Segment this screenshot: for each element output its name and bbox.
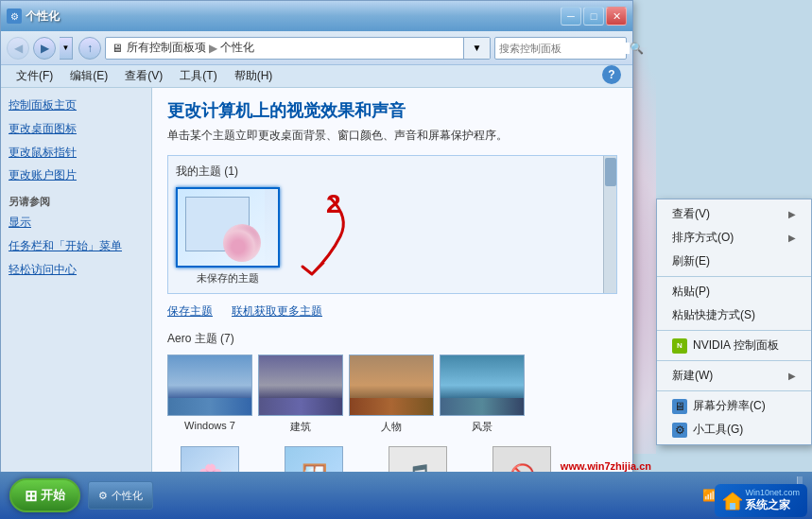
sidebar-link-account[interactable]: 更改账户图片 — [9, 167, 144, 183]
aero-theme-2[interactable]: 人物 — [349, 355, 434, 434]
ctx-view-arrow: ▶ — [788, 209, 796, 219]
breadcrumb: 🖥 所有控制面板项 ▶ 个性化 — [106, 38, 463, 59]
breadcrumb-icon: 🖥 — [112, 42, 123, 55]
minimize-button[interactable]: ─ — [561, 7, 581, 26]
sidebar-link-display[interactable]: 显示 — [9, 215, 144, 231]
menu-view[interactable]: 查看(V) — [117, 66, 170, 86]
ctx-sep-4 — [657, 390, 811, 391]
screen-res-icon: 🖥 — [672, 399, 687, 414]
menu-edit[interactable]: 编辑(E) — [62, 66, 115, 86]
unsaved-theme-label: 未保存的主题 — [176, 271, 280, 285]
aero-section: Aero 主题 (7) Windows 7 建筑 — [167, 331, 617, 434]
ctx-screen-res-inner: 🖥 屏幕分辨率(C) — [672, 398, 766, 414]
my-themes-section: 我的主题 (1) 未保存的主题 — [167, 155, 617, 294]
menu-bar: 文件(F) 编辑(E) 查看(V) 工具(T) 帮助(H) — [1, 65, 632, 88]
start-button[interactable]: ⊞ 开始 — [9, 478, 80, 512]
save-theme-link[interactable]: 保存主题 — [167, 303, 213, 320]
preview-flower — [223, 224, 261, 262]
title-bar-controls: ─ □ ✕ — [561, 7, 627, 26]
panel-subtitle: 单击某个主题立即更改桌面背景、窗口颜色、声音和屏幕保护程序。 — [167, 128, 617, 144]
breadcrumb-separator: ▶ — [209, 42, 217, 55]
menu-tools[interactable]: 工具(T) — [172, 66, 224, 86]
taskbar-window-label: 个性化 — [112, 489, 143, 503]
ctx-gadget-label: 小工具(G) — [693, 422, 743, 438]
maximize-button[interactable]: □ — [583, 7, 604, 26]
panel: 更改计算机上的视觉效果和声音 单击某个主题立即更改桌面背景、窗口颜色、声音和屏幕… — [152, 88, 632, 519]
aero-preview-1 — [258, 355, 343, 416]
search-button[interactable]: 🔍 — [630, 39, 644, 58]
aero-label-3: 风景 — [440, 420, 525, 434]
back-button[interactable]: ◀ — [7, 37, 29, 60]
taskbar-window-button[interactable]: ⚙ 个性化 — [88, 481, 153, 510]
title-bar: ⚙ 个性化 ─ □ ✕ — [1, 1, 632, 31]
title-bar-left: ⚙ 个性化 — [7, 9, 60, 25]
ctx-screen-res-label: 屏幕分辨率(C) — [693, 398, 766, 414]
aero-preview-3 — [440, 355, 525, 416]
ctx-screen-res[interactable]: 🖥 屏幕分辨率(C) — [657, 394, 811, 418]
aero-label-0: Windows 7 — [167, 420, 252, 431]
ctx-new[interactable]: 新建(W) ▶ — [657, 364, 811, 388]
breadcrumb-part2[interactable]: 个性化 — [220, 40, 254, 56]
ctx-nvidia-inner: N NVIDIA 控制面板 — [672, 337, 779, 354]
aero-theme-0[interactable]: Windows 7 — [167, 355, 252, 434]
aero-label-1: 建筑 — [258, 420, 343, 434]
logo-house-icon — [722, 491, 743, 511]
theme-actions: 保存主题 联机获取更多主题 — [167, 303, 617, 320]
aero-theme-1[interactable]: 建筑 — [258, 355, 343, 434]
ctx-nvidia[interactable]: N NVIDIA 控制面板 — [657, 334, 811, 357]
forward-button[interactable]: ▶ — [33, 37, 56, 60]
start-orb: ⊞ — [25, 487, 37, 505]
nav-dropdown-button[interactable]: ▼ — [60, 37, 73, 60]
ctx-paste-shortcut-label: 粘贴快捷方式(S) — [672, 307, 755, 323]
taskbar-window-icon: ⚙ — [98, 490, 108, 502]
ctx-view[interactable]: 查看(V) ▶ — [657, 202, 811, 226]
unsaved-theme-item[interactable]: 未保存的主题 — [176, 187, 280, 285]
sidebar-link-accessibility[interactable]: 轻松访问中心 — [9, 262, 144, 278]
main-content: 控制面板主页 更改桌面图标 更改鼠标指针 更改账户图片 另请参阅 显示 任务栏和… — [1, 88, 632, 519]
sidebar-link-mouse[interactable]: 更改鼠标指针 — [9, 145, 144, 161]
logo-badge: Win10net.com 系统之家 — [715, 484, 807, 517]
ctx-gadget[interactable]: ⚙ 小工具(G) — [657, 418, 811, 441]
scrollbar-thumb — [605, 158, 616, 186]
panel-title: 更改计算机上的视觉效果和声音 — [167, 99, 617, 122]
unsaved-theme-preview — [176, 187, 280, 268]
start-label: 开始 — [41, 487, 65, 504]
logo-site: Win10net.com — [745, 488, 800, 497]
ctx-paste[interactable]: 粘贴(P) — [657, 280, 811, 303]
ctx-refresh-label: 刷新(E) — [672, 253, 710, 269]
up-button[interactable]: ↑ — [78, 37, 101, 60]
breadcrumb-part1[interactable]: 所有控制面板项 — [127, 40, 206, 56]
address-go-button[interactable]: ▼ — [463, 37, 490, 60]
watermark: www.win7zhijia.cn — [561, 460, 651, 472]
navigation-bar: ◀ ▶ ▼ ↑ 🖥 所有控制面板项 ▶ 个性化 ▼ 🔍 — [1, 31, 632, 65]
themes-scrollbar[interactable] — [603, 156, 616, 293]
sidebar-link-home[interactable]: 控制面板主页 — [9, 97, 144, 113]
ctx-new-label: 新建(W) — [672, 368, 713, 384]
my-themes-label: 我的主题 (1) — [176, 164, 609, 180]
sidebar-link-desktop-icons[interactable]: 更改桌面图标 — [9, 121, 144, 137]
window-icon: ⚙ — [7, 9, 22, 24]
help-button[interactable]: ? — [602, 65, 621, 84]
ctx-refresh[interactable]: 刷新(E) — [657, 250, 811, 273]
sidebar-link-taskbar[interactable]: 任务栏和「开始」菜单 — [9, 238, 144, 254]
also-see-title: 另请参阅 — [9, 195, 144, 209]
close-button[interactable]: ✕ — [606, 7, 627, 26]
ctx-sort-arrow: ▶ — [788, 233, 796, 243]
menu-file[interactable]: 文件(F) — [9, 66, 60, 86]
gadget-icon: ⚙ — [672, 423, 687, 438]
ctx-paste-shortcut[interactable]: 粘贴快捷方式(S) — [657, 303, 811, 327]
ctx-nvidia-label: NVIDIA 控制面板 — [693, 337, 779, 354]
logo-label: 系统之家 — [745, 497, 800, 513]
ctx-paste-label: 粘贴(P) — [672, 284, 710, 300]
online-themes-link[interactable]: 联机获取更多主题 — [232, 303, 322, 320]
menu-help[interactable]: 帮助(H) — [227, 66, 281, 86]
window-title: 个性化 — [26, 9, 60, 25]
theme-grid: 未保存的主题 — [176, 187, 609, 285]
aero-theme-3[interactable]: 风景 — [440, 355, 525, 434]
ctx-gadget-inner: ⚙ 小工具(G) — [672, 422, 743, 438]
ctx-sort[interactable]: 排序方式(O) ▶ — [657, 226, 811, 250]
aero-preview-2 — [349, 355, 434, 416]
main-window: ⚙ 个性化 ─ □ ✕ ◀ ▶ ▼ ↑ 🖥 所有控制面板项 ▶ 个性化 ▼ 🔍 — [0, 0, 633, 519]
aero-themes-row: Windows 7 建筑 人物 — [167, 355, 617, 434]
search-input[interactable] — [499, 43, 630, 54]
